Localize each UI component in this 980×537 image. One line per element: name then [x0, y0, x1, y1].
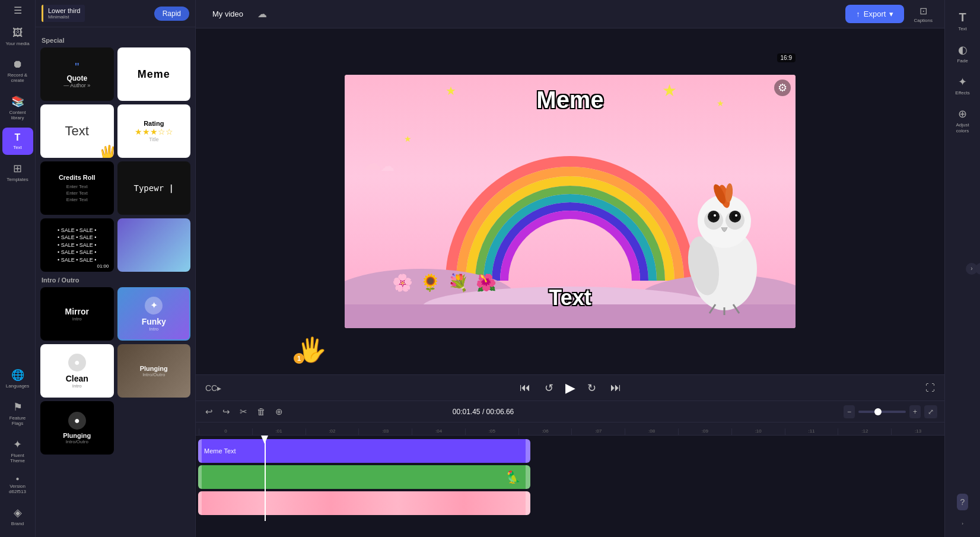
credits-line-2: Enter Text [66, 190, 88, 196]
template-card-plunging-1[interactable]: Plunging Intro/Outro Add to timeline [117, 344, 191, 398]
zoom-controls: − + ⤢ [844, 405, 937, 418]
sidebar-item-text[interactable]: T Text [2, 128, 33, 155]
clip-handle-right[interactable] [526, 439, 530, 463]
forward-5s-button[interactable]: ↻ [585, 379, 599, 397]
redo-button[interactable]: ↪ [220, 405, 233, 418]
panel-scroll-area: Special " Quote — Author » Add to timeli… [36, 27, 195, 537]
skip-forward-button[interactable]: ⏭ [608, 379, 623, 396]
cloud-save-icon: ☁ [257, 8, 267, 20]
template-card-rating[interactable]: Rating ★★★☆☆ Title Add to timeline [117, 104, 191, 158]
clip-pink-handle-right[interactable] [526, 491, 530, 515]
sidebar-item-feature-flags[interactable]: ⚑ Feature Flags [2, 396, 33, 431]
ruler-mark-6: :06 [518, 428, 572, 435]
template-card-plunging-2[interactable]: ● Plunging Intro/Outro Add to timeline [40, 401, 114, 455]
text-right-label: Text [958, 26, 967, 31]
zoom-slider[interactable] [858, 411, 906, 413]
main-content: My video ☁ ↑ Export ▾ ⊡ Captions ★ ★ ★ ★ [196, 0, 944, 537]
hamburger-icon[interactable]: ☰ [14, 5, 22, 16]
sidebar-item-label: Fluent Theme [5, 453, 31, 463]
sidebar-item-languages[interactable]: 🌐 Languages [2, 364, 33, 393]
rating-title: Rating [144, 120, 164, 127]
undo-button[interactable]: ↩ [203, 405, 215, 418]
canvas-settings-icon[interactable]: ⚙ [774, 80, 791, 96]
ruler-mark-7: :07 [571, 428, 625, 435]
template-card-gradient[interactable]: Add to timeline [117, 218, 191, 272]
mirror-sub: Intro [72, 316, 82, 322]
expand-timeline-button[interactable]: ⤢ [924, 405, 937, 418]
canvas-area: ★ ★ ★ ★ [196, 28, 944, 374]
fullscreen-button[interactable]: ⛶ [925, 383, 935, 393]
panel-header: Lower third Minimalist Rapid [36, 0, 195, 27]
export-button[interactable]: ↑ Export ▾ [845, 5, 904, 23]
fluent-theme-icon: ✦ [13, 438, 22, 451]
sidebar-item-version[interactable]: ● Version d62f513 [2, 471, 33, 499]
plunging-sub: Intro/Outro [142, 372, 165, 377]
flower-3: 💐 [448, 273, 469, 293]
timeline-tracks: Meme Text 🦜 [196, 436, 944, 521]
template-card-mirror[interactable]: Mirror Intro Add to timeline [40, 287, 114, 341]
clean-icon: ● [68, 354, 86, 371]
text-right-icon: T [959, 11, 966, 24]
project-name-tab[interactable]: My video [205, 6, 250, 22]
template-card-meme[interactable]: Meme Add to timeline [117, 47, 191, 101]
cut-button[interactable]: ✂ [237, 405, 250, 418]
rapid-button[interactable]: Rapid [154, 7, 189, 21]
zoom-in-button[interactable]: + [909, 405, 921, 418]
time-separator: / [482, 408, 486, 416]
sidebar-item-brand[interactable]: ◈ Brand [2, 501, 33, 531]
flower-2: 🌻 [420, 273, 441, 293]
duplicate-button[interactable]: ⊕ [273, 405, 285, 418]
plunging2-title: Plunging [63, 432, 91, 439]
right-tool-collapse[interactable]: › [947, 515, 978, 532]
zoom-out-button[interactable]: − [844, 405, 855, 418]
captions-toggle-button[interactable]: CC▸ [205, 383, 221, 393]
clip-handle-left[interactable] [198, 439, 202, 463]
right-tool-effects[interactable]: ✦ Effects [947, 69, 978, 101]
clip-meme-text[interactable]: Meme Text [198, 439, 530, 463]
intro-templates-grid: Mirror Intro Add to timeline ✦ Funky Int… [40, 287, 190, 455]
sidebar-item-fluent-theme[interactable]: ✦ Fluent Theme [2, 433, 33, 468]
template-card-quote-author[interactable]: " Quote — Author » Add to timeline [40, 47, 114, 101]
help-button[interactable]: ? [957, 494, 969, 510]
template-card-sale-ticker[interactable]: • SALE • SALE • • SALE • SALE • • SALE •… [40, 218, 114, 272]
cursor-hand-1-area: 🖐 1 [297, 336, 327, 364]
timeline-content: 0 :01 :02 :03 :04 :05 :06 :07 :08 :09 :1… [196, 422, 944, 537]
right-tool-fade[interactable]: ◐ Fade [947, 37, 978, 69]
sidebar-item-content-library[interactable]: 📚 Content library [2, 90, 33, 125]
sidebar-item-record[interactable]: ⏺ Record & create [2, 53, 33, 88]
fade-label: Fade [957, 58, 968, 63]
captions-button[interactable]: ⊡ Captions [911, 3, 935, 26]
right-tool-adjust-colors[interactable]: ⊕ Adjust colors [947, 101, 978, 139]
adjust-colors-label: Adjust colors [950, 122, 976, 134]
ruler-mark-2: :02 [306, 428, 359, 435]
skip-back-button[interactable]: ⏮ [517, 379, 533, 396]
sidebar-item-label: Content library [5, 110, 31, 120]
brand-icon: ◈ [14, 506, 22, 519]
template-card-text[interactable]: Text Add to timeline 🖐 2 [40, 104, 114, 158]
ruler-mark-11: :11 [785, 428, 838, 435]
right-tool-text[interactable]: T Text [947, 5, 978, 37]
template-card-credits-roll[interactable]: Credits Roll Enter Text Enter Text Enter… [40, 161, 114, 215]
stars-icon: ★★★☆☆ [135, 127, 173, 136]
clip-pink-handle-left[interactable] [198, 491, 202, 515]
aspect-ratio-badge[interactable]: 16:9 [777, 53, 796, 62]
template-card-typewriter[interactable]: Typewr | Add to timeline [117, 161, 191, 215]
delete-button[interactable]: 🗑 [254, 405, 268, 418]
plunging2-icon: ● [68, 412, 86, 430]
mirror-title: Mirror [65, 307, 89, 316]
template-card-funky[interactable]: ✦ Funky Intro [117, 287, 191, 341]
sidebar-item-label: Brand [11, 521, 24, 526]
template-card-clean[interactable]: ● Clean Intro Add to timeline [40, 344, 114, 398]
clip-pink[interactable] [198, 491, 530, 515]
clip-green-handle-right[interactable] [526, 465, 530, 489]
sidebar-item-templates[interactable]: ⊞ Templates [2, 157, 33, 187]
playback-controls: CC▸ ⏮ ↺ ▶ ↻ ⏭ ⛶ [196, 374, 944, 401]
clip-green-handle-left[interactable] [198, 465, 202, 489]
ruler-mark-1: :01 [252, 428, 306, 435]
sidebar-item-your-media[interactable]: 🖼 Your media [2, 22, 33, 51]
clip-green[interactable]: 🦜 [198, 465, 530, 489]
canvas-preview: ★ ★ ★ ★ [345, 75, 796, 328]
play-pause-button[interactable]: ▶ [565, 380, 575, 396]
export-label: Export [864, 9, 886, 18]
rewind-5s-button[interactable]: ↺ [542, 379, 556, 397]
